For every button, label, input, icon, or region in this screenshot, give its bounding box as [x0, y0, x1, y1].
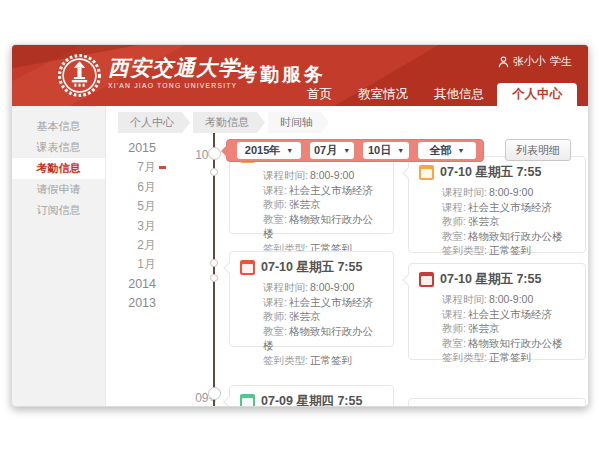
app-window: 西安交通大学 XI'AN JIAO TONG UNIVERSITY 考勤服务 张… [11, 44, 589, 407]
university-logo-icon [57, 53, 102, 98]
main-content: 个人中心 考勤信息 时间轴 2015 7月 6月 5月 3月 2月 1月 201… [106, 106, 588, 406]
nav-personal-center[interactable]: 个人中心 [497, 83, 577, 106]
timeline-month-january[interactable]: 1月 [106, 255, 156, 274]
person-icon [498, 56, 509, 68]
day-dropdown[interactable]: 10日▼ [363, 142, 409, 159]
timeline-month-march[interactable]: 3月 [106, 217, 156, 236]
card-details: 课程时间:8:00-9:00 课程:社会主义市场经济 教师:张芸京 教室:格物致… [263, 280, 383, 368]
card-date: 07-09 星期四 7:55 [261, 393, 362, 407]
user-info[interactable]: 张小小 学生 [498, 54, 572, 69]
timeline-month-june[interactable]: 6月 [106, 178, 156, 197]
sidebar-item-attendance-info[interactable]: 考勤信息 [12, 158, 105, 179]
caret-down-icon: ▼ [343, 147, 350, 154]
caret-down-icon: ▼ [397, 147, 404, 154]
university-brand: 西安交通大学 XI'AN JIAO TONG UNIVERSITY [108, 56, 240, 89]
list-detail-button[interactable]: 列表明细 [505, 139, 571, 161]
card-notch [402, 274, 413, 285]
breadcrumb-timeline[interactable]: 时间轴 [268, 112, 329, 133]
month-dropdown[interactable]: 07月▼ [310, 142, 354, 159]
card-details: 课程时间:8:00-9:00 课程:社会主义市场经济 教师:张芸京 教室:格物致… [442, 185, 575, 258]
sidebar-item-basic-info[interactable]: 基本信息 [12, 116, 105, 137]
card-date: 07-10 星期五 7:55 [440, 271, 541, 288]
nav-other-info[interactable]: 其他信息 [421, 83, 497, 106]
card-date: 07-10 星期五 7:55 [261, 259, 362, 276]
caret-down-icon: ▼ [286, 147, 293, 154]
user-name: 张小小 [513, 54, 546, 69]
user-role: 学生 [550, 54, 572, 69]
card-details: 课程时间:8:00-9:00 课程:社会主义市场经济 教师:张芸京 教室:格物致… [263, 168, 383, 256]
nav-home[interactable]: 首页 [294, 83, 345, 106]
app-header: 西安交通大学 XI'AN JIAO TONG UNIVERSITY 考勤服务 张… [12, 45, 588, 106]
attendance-card-partial[interactable] [408, 398, 586, 407]
timeline-year-2014[interactable]: 2014 [106, 275, 156, 294]
scope-dropdown[interactable]: 全部▼ [418, 142, 476, 159]
filter-bar: 2015年▼ 07月▼ 10日▼ 全部▼ [226, 139, 484, 162]
card-date: 07-10 星期五 7:55 [440, 164, 541, 181]
calendar-icon [240, 394, 255, 407]
stamp-icon [419, 272, 434, 287]
nav-classrooms[interactable]: 教室情况 [345, 83, 421, 106]
breadcrumb-personal-center[interactable]: 个人中心 [118, 112, 190, 133]
attendance-card[interactable]: 07-10 星期五 7:55 课程时间:8:00-9:00 课程:社会主义市场经… [229, 251, 394, 347]
timeline-month-may[interactable]: 5月 [106, 197, 156, 216]
card-details: 课程时间:8:00-9:00 课程:社会主义市场经济 教师:张芸京 教室:格物致… [442, 292, 575, 365]
sidebar-item-subscription-info[interactable]: 订阅信息 [12, 200, 105, 221]
sidebar: 基本信息 课表信息 考勤信息 请假申请 订阅信息 [12, 106, 106, 406]
year-dropdown[interactable]: 2015年▼ [237, 142, 301, 159]
university-name-en: XI'AN JIAO TONG UNIVERSITY [108, 82, 240, 89]
attendance-card[interactable]: 07-10 星期五 7:55 课程时间:8:00-9:00 课程:社会主义市场经… [408, 263, 586, 360]
timeline-node [210, 168, 218, 176]
calendar-icon [240, 260, 255, 275]
university-name-cn: 西安交通大学 [108, 56, 240, 80]
sidebar-item-leave-request[interactable]: 请假申请 [12, 179, 105, 200]
timeline-month-list: 2015 7月 6月 5月 3月 2月 1月 2014 2013 [106, 139, 156, 314]
timeline-year-2015[interactable]: 2015 [106, 139, 156, 158]
attendance-card[interactable]: 07-10 星期五 7:55 课程时间:8:00-9:00 课程:社会主义市场经… [408, 156, 586, 253]
card-notch [223, 262, 234, 273]
app-body: 基本信息 课表信息 考勤信息 请假申请 订阅信息 个人中心 考勤信息 时间轴 2… [12, 106, 588, 406]
card-notch [223, 396, 234, 407]
timeline-month-july[interactable]: 7月 [106, 158, 156, 177]
timeline-month-february[interactable]: 2月 [106, 236, 156, 255]
sidebar-item-schedule-info[interactable]: 课表信息 [12, 137, 105, 158]
calendar-icon [419, 165, 434, 180]
timeline-node [210, 274, 218, 282]
timeline-node [210, 259, 218, 267]
timeline-year-2013[interactable]: 2013 [106, 294, 156, 313]
main-nav: 首页 教室情况 其他信息 个人中心 [294, 83, 577, 106]
card-notch [402, 167, 413, 178]
attendance-card[interactable]: 07-09 星期四 7:55 [229, 385, 394, 407]
breadcrumb-attendance-info[interactable]: 考勤信息 [193, 112, 265, 133]
breadcrumb: 个人中心 考勤信息 时间轴 [118, 112, 332, 133]
caret-down-icon: ▼ [458, 147, 465, 154]
timeline-node [208, 387, 221, 400]
screenshot-canvas: 西安交通大学 XI'AN JIAO TONG UNIVERSITY 考勤服务 张… [0, 0, 600, 450]
